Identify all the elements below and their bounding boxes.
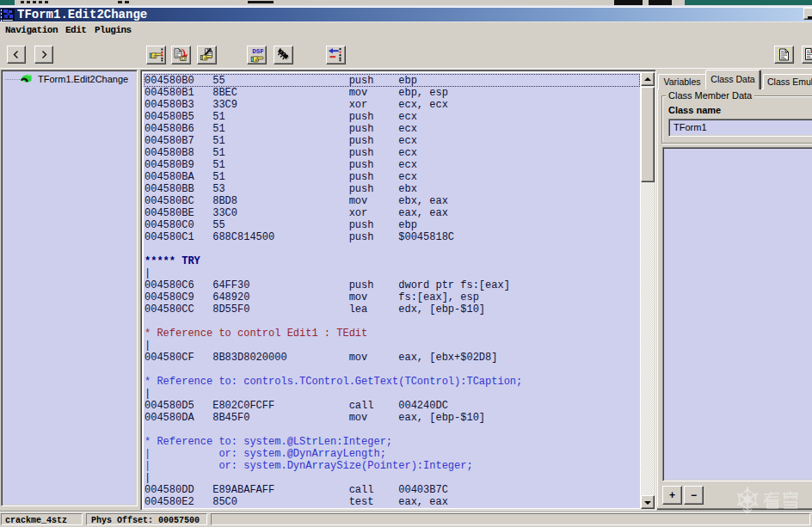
svg-text:DSF: DSF — [252, 48, 264, 55]
